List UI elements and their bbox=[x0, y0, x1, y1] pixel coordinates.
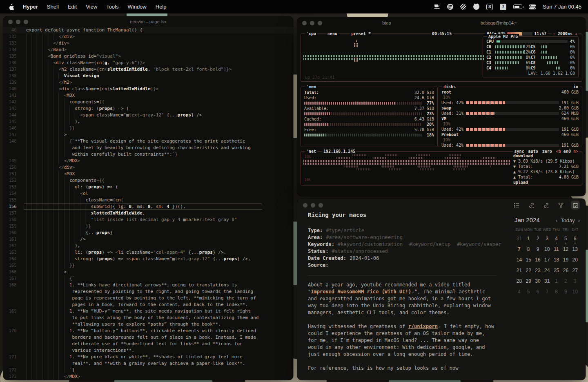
code-line[interactable]: 162), bbox=[3, 243, 293, 249]
code-line[interactable]: 149</MDX> bbox=[3, 158, 293, 164]
zoom-button[interactable] bbox=[318, 21, 322, 25]
seven-badge[interactable]: 7 bbox=[500, 4, 506, 10]
calendar-day[interactable]: 29 bbox=[524, 276, 533, 286]
calendar-day[interactable]: 15 bbox=[524, 255, 533, 265]
code-line[interactable]: deliberate use of **underlined text for … bbox=[3, 341, 293, 347]
battery-icon[interactable] bbox=[513, 3, 522, 11]
code-line[interactable]: 139</h2> bbox=[3, 79, 293, 86]
code-line[interactable]: 1691. **No “HUD-y” menu**, the site need… bbox=[3, 308, 293, 315]
calendar-day[interactable]: 3 bbox=[570, 276, 580, 286]
code-line[interactable]: 133</div> bbox=[3, 40, 293, 47]
calendar-day[interactable]: 16 bbox=[533, 255, 543, 265]
insert-link-icon[interactable] bbox=[541, 201, 550, 210]
code-line[interactable]: 1711. **No pure black or white**, **shad… bbox=[3, 354, 293, 360]
code-line[interactable]: 142components={{ bbox=[3, 99, 293, 105]
code-line[interactable]: 160{...props} bbox=[3, 230, 293, 236]
toggles-icon[interactable] bbox=[529, 3, 536, 11]
code-line[interactable]: 132</div> bbox=[3, 34, 293, 40]
code-line[interactable]: 145), bbox=[3, 118, 293, 125]
code-line[interactable]: borders and backgrounds felt out of plac… bbox=[3, 334, 293, 341]
code-line[interactable]: **allowing users to explore “paths” thro… bbox=[3, 321, 293, 328]
code-line[interactable]: represented by pointing to the right, an… bbox=[3, 288, 293, 295]
calendar-day[interactable]: 6 bbox=[533, 286, 543, 297]
s-badge[interactable]: S bbox=[486, 4, 493, 10]
code-line[interactable]: 166> bbox=[3, 269, 293, 275]
zoom-button[interactable] bbox=[318, 203, 323, 208]
calendar-day[interactable]: 10 bbox=[570, 286, 580, 297]
calendar-day[interactable]: 2 bbox=[561, 276, 570, 286]
calendar-day[interactable]: 7 bbox=[542, 286, 552, 297]
music-icon[interactable] bbox=[447, 3, 453, 11]
code-line[interactable]: 164strong: (props) => <span className="■… bbox=[3, 256, 293, 262]
code-line[interactable]: page is represented by pointing to the l… bbox=[3, 295, 293, 302]
code-line[interactable]: 138Visual design bbox=[3, 73, 293, 79]
add-link-icon[interactable] bbox=[527, 201, 536, 210]
menu-button[interactable]: menu bbox=[326, 31, 339, 36]
code-line[interactable]: 150</div> bbox=[3, 164, 293, 171]
calendar-day[interactable]: 23 bbox=[533, 265, 543, 276]
code-line[interactable]: 147> bbox=[3, 132, 293, 138]
tag[interactable]: #area/software-engineering bbox=[326, 234, 403, 241]
calendar-day[interactable]: 5 bbox=[561, 233, 570, 244]
code-line[interactable]: 154<ol bbox=[3, 190, 293, 197]
code-line[interactable]: 137<h2 className={cn(slottedInMiddle, "b… bbox=[3, 66, 293, 73]
calendar-day[interactable]: 10 bbox=[542, 244, 552, 255]
stripes-icon[interactable] bbox=[460, 3, 466, 11]
calendar-day[interactable]: 25 bbox=[552, 265, 561, 276]
calendar-day[interactable]: 4 bbox=[552, 233, 561, 244]
code-line[interactable]: 172`} bbox=[3, 367, 293, 373]
menu-item-tools[interactable]: Tools bbox=[106, 4, 118, 10]
calendar-icon[interactable] bbox=[571, 201, 580, 210]
calendar-day[interactable]: 26 bbox=[561, 265, 570, 276]
code-line[interactable]: 157slottedInMiddleWide, bbox=[3, 210, 293, 217]
calendar-day[interactable]: 31 bbox=[514, 233, 524, 244]
code-line[interactable]: 173</MDX> bbox=[3, 373, 293, 380]
cpu-box-label[interactable]: 'cpu bbox=[305, 31, 317, 36]
calendar-day[interactable]: 2 bbox=[533, 233, 543, 244]
github-icon[interactable] bbox=[473, 3, 479, 11]
io-mode-button[interactable]: io bbox=[572, 84, 579, 89]
menu-item-edit[interactable]: Edit bbox=[68, 4, 77, 10]
code-line[interactable]: 135<Band gridless id="visual"> bbox=[3, 53, 293, 60]
code-line[interactable]: 141<MDX bbox=[3, 92, 293, 99]
code-line[interactable]: 155className={cn( bbox=[3, 197, 293, 203]
calendar-day[interactable]: 24 bbox=[542, 265, 552, 276]
menu-item-shell[interactable]: Shell bbox=[47, 4, 59, 10]
calendar-day[interactable]: 18 bbox=[552, 255, 561, 265]
code-line[interactable]: 136<div className={cn(g, "gap-y-6")}> bbox=[3, 60, 293, 66]
external-link[interactable]: r/unixporn bbox=[408, 324, 438, 329]
code-line[interactable]: 151<MDX bbox=[3, 171, 293, 177]
calendar-prev-button[interactable]: ‹ bbox=[556, 217, 557, 223]
menu-item-help[interactable]: Help bbox=[156, 4, 167, 10]
calendar-day[interactable]: 21 bbox=[514, 265, 524, 276]
code-line[interactable]: 161/> bbox=[3, 236, 293, 243]
code-line[interactable]: 167{` bbox=[3, 275, 293, 282]
code-line[interactable]: 148{`**The visual design of the site exa… bbox=[3, 138, 293, 145]
code-line[interactable]: 140<div className={cn(slottedInMiddle)}> bbox=[3, 86, 293, 92]
update-interval-control[interactable]: - 2000ms + bbox=[552, 31, 579, 36]
menu-clock[interactable]: Sun 7 Jan 00:45 bbox=[543, 4, 581, 10]
code-line[interactable]: 165}} bbox=[3, 262, 293, 269]
external-link[interactable]: Improved AwesomeWM rice (With UI!) bbox=[311, 289, 411, 295]
code-line[interactable]: 1701. **No “button-y” buttons**, clickab… bbox=[3, 328, 293, 334]
code-line[interactable]: real**, and **with a grainy overlay achi… bbox=[3, 360, 293, 367]
code-line[interactable]: 152components={{ bbox=[3, 177, 293, 184]
code-line[interactable]: 144<span className="■text-gray-12" {...p… bbox=[3, 112, 293, 118]
code-line[interactable]: 40export default async function TheManua… bbox=[3, 27, 293, 34]
code-line[interactable]: 163li: (props) => <li className="col-spa… bbox=[3, 249, 293, 256]
calendar-day[interactable]: 30 bbox=[533, 276, 543, 286]
calendar-day[interactable]: 9 bbox=[561, 286, 570, 297]
tag[interactable]: #keyword/customization bbox=[338, 241, 403, 248]
graph-icon[interactable] bbox=[556, 201, 565, 210]
calendar-day[interactable]: 8 bbox=[552, 286, 561, 297]
apple-icon[interactable] bbox=[8, 3, 14, 11]
calendar-day[interactable]: 9 bbox=[533, 244, 543, 255]
calendar-day[interactable]: 12 bbox=[561, 244, 570, 255]
code-line[interactable]: 146}} bbox=[3, 125, 293, 132]
calendar-day[interactable]: 3 bbox=[542, 233, 552, 244]
close-button[interactable] bbox=[302, 21, 307, 25]
menu-item-window[interactable]: Window bbox=[128, 4, 147, 10]
code-line[interactable]: 158"list-inside list-decimal gap-y-4 ■ma… bbox=[3, 217, 293, 223]
disks-box-label[interactable]: disks bbox=[442, 84, 457, 89]
code-line[interactable]: pages in a book, forward to the content,… bbox=[3, 302, 293, 308]
